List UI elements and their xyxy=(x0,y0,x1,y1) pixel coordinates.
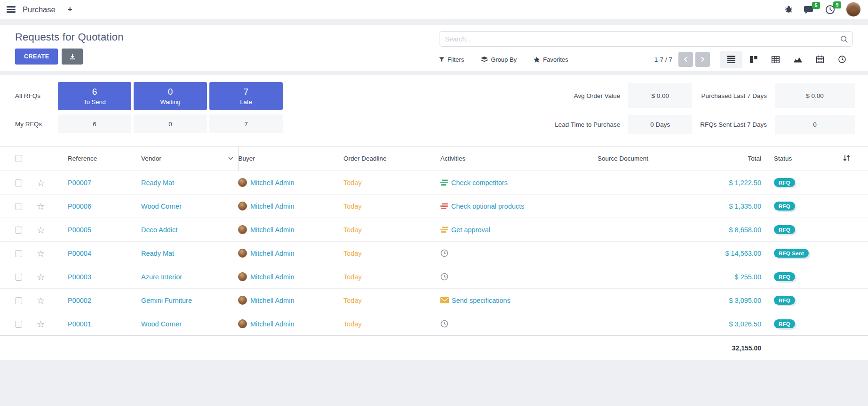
row-checkbox[interactable] xyxy=(15,321,22,328)
reference-link[interactable]: P00003 xyxy=(68,273,91,281)
app-title[interactable]: Purchase xyxy=(23,5,56,14)
activity-cell[interactable]: Check optional products xyxy=(440,203,597,210)
search-icon[interactable] xyxy=(840,35,848,43)
order-deadline[interactable]: Today xyxy=(343,226,362,234)
pager-previous-button[interactable] xyxy=(678,52,693,67)
buyer-cell[interactable]: Mitchell Admin xyxy=(238,225,343,234)
vendor-link[interactable]: Ready Mat xyxy=(141,179,174,187)
buyer-cell[interactable]: Mitchell Admin xyxy=(238,178,343,187)
buyer-avatar xyxy=(238,319,247,328)
favorite-star-icon[interactable]: ☆ xyxy=(37,178,45,188)
order-deadline[interactable]: Today xyxy=(343,250,362,257)
table-row[interactable]: ☆ P00004 Ready Mat Mitchell Admin Today … xyxy=(0,242,868,265)
column-header-status[interactable]: Status xyxy=(764,146,833,171)
kanban-view-button[interactable] xyxy=(742,51,764,68)
vendor-link[interactable]: Ready Mat xyxy=(141,250,174,257)
search-input[interactable] xyxy=(439,31,853,47)
buyer-avatar xyxy=(238,225,247,234)
row-checkbox[interactable] xyxy=(15,250,22,257)
order-deadline[interactable]: Today xyxy=(343,203,362,210)
favorite-star-icon[interactable]: ☆ xyxy=(37,225,45,235)
activity-cell[interactable] xyxy=(440,273,597,281)
late-card[interactable]: 7Late xyxy=(209,82,283,110)
column-header-order-deadline[interactable]: Order Deadline xyxy=(343,146,440,171)
activities-clock-icon[interactable]: 9 xyxy=(825,5,835,15)
reference-link[interactable]: P00001 xyxy=(68,320,91,328)
favorite-star-icon[interactable]: ☆ xyxy=(37,201,45,211)
pivot-view-button[interactable] xyxy=(764,51,787,68)
apps-menu-icon[interactable] xyxy=(7,6,16,12)
vendor-link[interactable]: Gemini Furniture xyxy=(141,297,192,304)
reference-link[interactable]: P00002 xyxy=(68,297,91,304)
favorites-button[interactable]: Favorites xyxy=(534,56,568,63)
pager-next-button[interactable] xyxy=(695,52,710,67)
optional-columns-button[interactable] xyxy=(833,154,850,162)
table-row[interactable]: ☆ P00007 Ready Mat Mitchell Admin Today … xyxy=(0,171,868,195)
column-header-activities[interactable]: Activities xyxy=(440,146,597,171)
reference-link[interactable]: P00005 xyxy=(68,226,91,234)
purchased-last-7-days: $ 0.00 xyxy=(775,83,855,108)
activity-view-button[interactable] xyxy=(831,51,853,68)
my-waiting-cell[interactable]: 0 xyxy=(134,114,207,133)
vendor-link[interactable]: Wood Corner xyxy=(141,320,182,328)
row-checkbox[interactable] xyxy=(15,274,22,281)
buyer-cell[interactable]: Mitchell Admin xyxy=(238,319,343,328)
row-checkbox[interactable] xyxy=(15,297,22,304)
column-header-total[interactable]: Total xyxy=(687,146,764,171)
column-header-buyer[interactable]: Buyer xyxy=(238,146,343,171)
user-avatar[interactable] xyxy=(846,2,860,16)
export-button[interactable] xyxy=(62,49,83,65)
graph-view-button[interactable] xyxy=(787,51,809,68)
table-row[interactable]: ☆ P00005 Deco Addict Mitchell Admin Toda… xyxy=(0,218,868,242)
buyer-cell[interactable]: Mitchell Admin xyxy=(238,296,343,305)
table-row[interactable]: ☆ P00003 Azure Interior Mitchell Admin T… xyxy=(0,265,868,289)
favorite-star-icon[interactable]: ☆ xyxy=(37,248,45,259)
row-checkbox[interactable] xyxy=(15,203,22,210)
activity-cell[interactable]: Send specifications xyxy=(440,297,597,304)
table-row[interactable]: ☆ P00001 Wood Corner Mitchell Admin Toda… xyxy=(0,312,868,336)
order-deadline[interactable]: Today xyxy=(343,320,362,328)
my-late-cell[interactable]: 7 xyxy=(209,114,283,133)
create-button[interactable]: CREATE xyxy=(15,49,58,65)
favorite-star-icon[interactable]: ☆ xyxy=(37,272,45,282)
new-tab-button[interactable]: + xyxy=(68,5,72,14)
filters-button[interactable]: Filters xyxy=(439,56,464,63)
vendor-link[interactable]: Wood Corner xyxy=(141,203,182,210)
activity-cell[interactable]: Check competitors xyxy=(440,179,597,187)
calendar-view-button[interactable] xyxy=(809,51,831,68)
reference-link[interactable]: P00006 xyxy=(68,203,91,210)
row-checkbox[interactable] xyxy=(15,179,22,187)
favorite-star-icon[interactable]: ☆ xyxy=(37,319,45,329)
group-by-button[interactable]: Group By xyxy=(481,56,517,63)
row-checkbox[interactable] xyxy=(15,227,22,234)
vendor-link[interactable]: Azure Interior xyxy=(141,273,182,281)
column-header-vendor[interactable]: Vendor xyxy=(141,146,238,171)
activity-cell[interactable] xyxy=(440,320,597,328)
buyer-cell[interactable]: Mitchell Admin xyxy=(238,202,343,211)
messages-icon[interactable]: 5 xyxy=(804,5,814,14)
order-deadline[interactable]: Today xyxy=(343,273,362,281)
activity-cell[interactable]: Get approval xyxy=(440,226,597,234)
order-deadline[interactable]: Today xyxy=(343,179,362,187)
list-view-button[interactable] xyxy=(720,51,742,68)
column-header-reference[interactable]: Reference xyxy=(51,146,141,171)
main-content: All RFQs 6To Send 0Waiting 7Late My RFQs… xyxy=(0,75,868,360)
buyer-cell[interactable]: Mitchell Admin xyxy=(238,249,343,258)
pager-value[interactable]: 1-7 / 7 xyxy=(654,56,672,63)
column-header-source-document[interactable]: Source Document xyxy=(597,146,687,171)
favorite-star-icon[interactable]: ☆ xyxy=(37,295,45,306)
buyer-cell[interactable]: Mitchell Admin xyxy=(238,272,343,281)
table-row[interactable]: ☆ P00002 Gemini Furniture Mitchell Admin… xyxy=(0,289,868,312)
my-to-send-cell[interactable]: 6 xyxy=(58,114,131,133)
select-all-checkbox[interactable] xyxy=(15,155,22,162)
reference-link[interactable]: P00004 xyxy=(68,250,91,257)
to-send-card[interactable]: 6To Send xyxy=(58,82,131,110)
table-row[interactable]: ☆ P00006 Wood Corner Mitchell Admin Toda… xyxy=(0,195,868,218)
vendor-link[interactable]: Deco Addict xyxy=(141,226,177,234)
waiting-card[interactable]: 0Waiting xyxy=(134,82,207,110)
reference-link[interactable]: P00007 xyxy=(68,179,91,187)
debug-bug-icon[interactable] xyxy=(785,6,793,13)
rfq-list: Reference Vendor Buyer Order Deadline Ac… xyxy=(0,146,868,360)
order-deadline[interactable]: Today xyxy=(343,297,362,304)
activity-cell[interactable] xyxy=(440,249,597,257)
